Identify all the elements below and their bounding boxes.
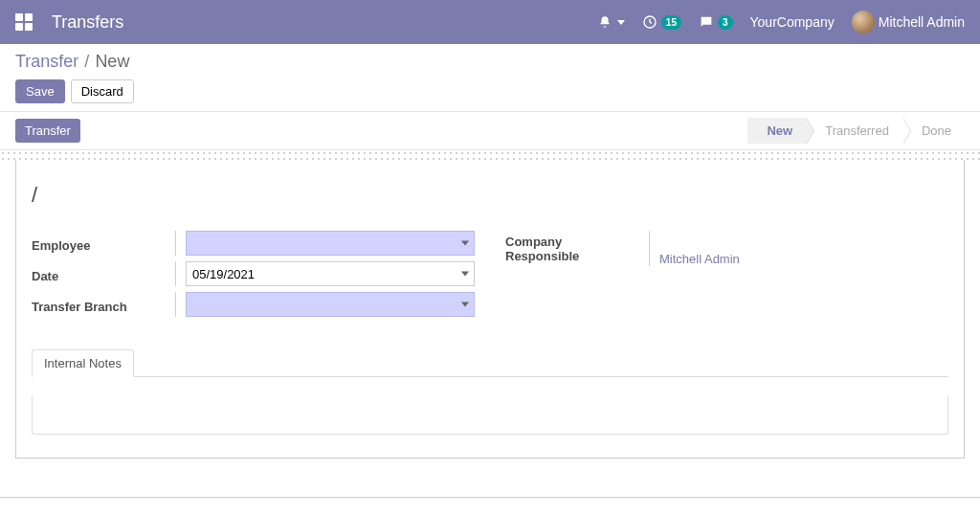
breadcrumb-current: New	[95, 52, 129, 72]
form-right-column: Company Responsible Mitchell Admin	[505, 231, 948, 323]
breadcrumb-root[interactable]: Transfer	[15, 52, 78, 72]
status-done[interactable]: Done	[902, 118, 965, 144]
employee-field[interactable]	[186, 231, 475, 256]
bell-icon	[598, 15, 612, 29]
responsible-value[interactable]: Mitchell Admin	[659, 248, 740, 266]
date-label: Date	[32, 265, 175, 283]
avatar	[852, 11, 875, 34]
app-title[interactable]: Transfers	[52, 12, 123, 33]
control-panel: Transfer / New Save Discard	[0, 44, 980, 103]
breadcrumb-separator: /	[84, 52, 89, 72]
form-sheet: / Employee Date	[15, 160, 965, 459]
chat-icon	[699, 14, 714, 30]
date-field[interactable]	[186, 261, 475, 286]
branch-label: Transfer Branch	[32, 296, 175, 314]
sheet-top-decoration	[0, 150, 980, 160]
branch-field[interactable]	[186, 292, 475, 317]
record-title: /	[32, 183, 948, 208]
company-value	[659, 231, 948, 248]
activities-badge: 15	[661, 15, 681, 30]
breadcrumb: Transfer / New	[15, 52, 965, 72]
apps-icon[interactable]	[15, 13, 33, 31]
status-new[interactable]: New	[747, 118, 806, 144]
statusbar: New Transferred Done	[747, 118, 965, 144]
clock-icon	[642, 14, 657, 30]
user-name-label: Mitchell Admin	[879, 14, 965, 30]
activities-menu[interactable]: 15	[642, 14, 681, 30]
transfer-button[interactable]: Transfer	[15, 119, 80, 143]
notebook: Internal Notes	[32, 349, 948, 435]
discard-button[interactable]: Discard	[71, 79, 134, 103]
employee-label: Employee	[32, 235, 175, 253]
status-transferred[interactable]: Transferred	[806, 118, 902, 144]
user-menu[interactable]: Mitchell Admin	[852, 11, 965, 34]
discuss-menu[interactable]: 3	[699, 14, 733, 30]
top-navbar: Transfers 15 3 YourCompany Mitchell Admi…	[0, 0, 980, 44]
internal-notes-content[interactable]	[32, 394, 948, 435]
save-button[interactable]: Save	[15, 79, 65, 103]
form-left-column: Employee Date	[32, 231, 475, 323]
caret-down-icon	[617, 20, 625, 25]
statusbar-row: Transfer New Transferred Done	[0, 111, 980, 150]
company-switcher[interactable]: YourCompany	[750, 14, 835, 30]
discuss-badge: 3	[718, 15, 733, 30]
company-label: Company	[505, 235, 649, 249]
responsible-label: Responsible	[505, 249, 649, 263]
tab-internal-notes[interactable]: Internal Notes	[32, 349, 134, 377]
page-bottom-border	[0, 497, 980, 498]
notifications-menu[interactable]	[598, 15, 625, 29]
